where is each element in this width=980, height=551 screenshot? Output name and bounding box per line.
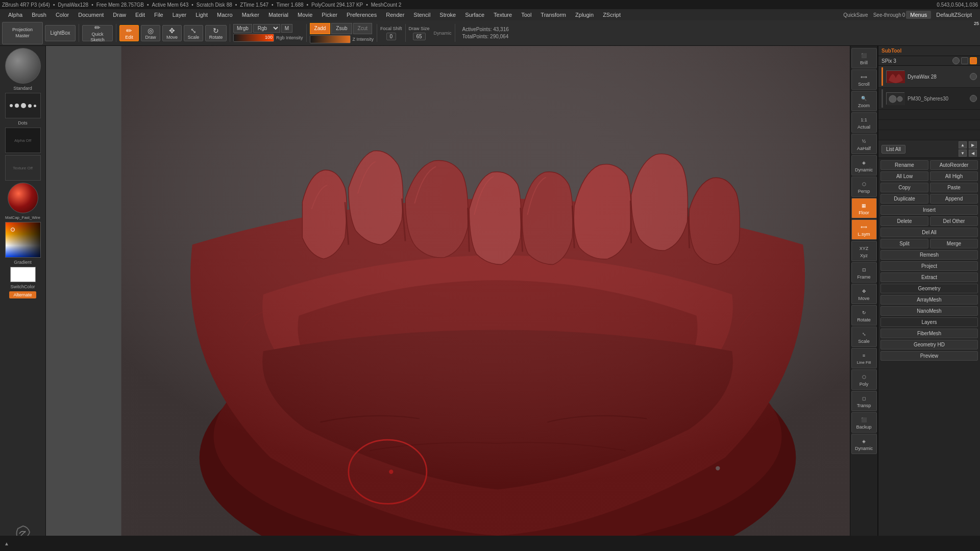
menu-zplugin[interactable]: Zplugin [571, 11, 598, 19]
duplicate-button[interactable]: Duplicate [880, 194, 928, 204]
pm30-eye[interactable] [970, 95, 977, 102]
left-arrow-button[interactable]: ◀ [969, 149, 977, 157]
menu-surface[interactable]: Surface [461, 11, 488, 19]
draw-button[interactable]: ◎ Draw [141, 25, 160, 41]
geometry-button[interactable]: Geometry [880, 284, 978, 293]
local-sym-button[interactable]: ⟺ L.sym [851, 219, 877, 240]
menu-transform[interactable]: Transform [536, 11, 570, 19]
m-button[interactable]: M [281, 24, 292, 33]
insert-button[interactable]: Insert [880, 205, 978, 215]
mrgb-button[interactable]: Mrgb [233, 24, 252, 33]
projection-master-button[interactable]: Projection Master [2, 22, 43, 44]
fiber-mesh-button[interactable]: FiberMesh [880, 329, 978, 338]
menu-color[interactable]: Color [52, 11, 73, 19]
menu-preferences[interactable]: Preferences [342, 11, 381, 19]
canvas-area[interactable] [46, 46, 949, 536]
frame-button[interactable]: ⊡ Frame [851, 262, 877, 283]
append-button[interactable]: Append [930, 194, 978, 204]
array-mesh-button[interactable]: ArrayMesh [880, 295, 978, 305]
copy-button[interactable]: Copy [880, 183, 928, 192]
scroll-button[interactable]: ⟺ Scroll [851, 69, 877, 90]
gradient-swatch[interactable] [10, 267, 36, 282]
extract-button[interactable]: Extract [880, 272, 978, 282]
menu-alpha[interactable]: Alpha [4, 11, 27, 19]
lightbox-button[interactable]: LightBox [45, 25, 76, 41]
lock-icon[interactable] [961, 57, 968, 64]
menu-light[interactable]: Light [191, 11, 212, 19]
zoom-button[interactable]: 🔍 Zoom [851, 91, 877, 111]
list-all-button[interactable]: List All [881, 145, 905, 154]
menu-picker[interactable]: Picker [317, 11, 341, 19]
rgb-select[interactable]: Rgb M Mrgb [253, 24, 280, 33]
rgb-intensity-slider[interactable]: 100 [233, 34, 274, 42]
del-all-button[interactable]: Del All [880, 228, 978, 237]
dots-preview[interactable] [5, 93, 41, 118]
down-arrow-button[interactable]: ▼ [959, 149, 967, 157]
menu-stencil[interactable]: Stencil [409, 11, 434, 19]
brush-preview[interactable] [5, 48, 41, 84]
floor-button[interactable]: ▦ Floor [851, 198, 877, 218]
active-icon[interactable] [970, 57, 977, 64]
remesh-button[interactable]: Remesh [880, 250, 978, 260]
preview-button[interactable]: Preview [880, 351, 978, 361]
right-arrow-button[interactable]: ▶ [969, 141, 977, 148]
zcut-button[interactable]: Zcut [353, 23, 372, 34]
pm30-entry[interactable]: PM30_Spheres30 [878, 88, 980, 110]
menus-btn[interactable]: Menus [906, 11, 931, 19]
transp-button[interactable]: ◻ Transp [851, 391, 877, 411]
menu-zscript[interactable]: ZScript [599, 11, 625, 19]
eye-icon1[interactable] [952, 57, 960, 64]
all-high-button[interactable]: All High [930, 171, 978, 181]
scale-right-button[interactable]: ⤡ Scale [851, 327, 877, 347]
aahalf-button[interactable]: ½ AaHalf [851, 134, 877, 154]
backup-button[interactable]: ⬛ Backup [851, 412, 877, 433]
menu-movie[interactable]: Movie [293, 11, 316, 19]
rotate-button[interactable]: ↻ Rotate [205, 25, 227, 41]
rotate-right-button[interactable]: ↻ Rotate [851, 305, 877, 325]
dynawax-eye[interactable] [970, 73, 977, 80]
edit-button[interactable]: ✏ Edit [119, 25, 139, 41]
rename-button[interactable]: Rename [880, 160, 928, 170]
layers-button[interactable]: Layers [880, 317, 978, 327]
menu-material[interactable]: Material [264, 11, 292, 19]
project-button[interactable]: Project [880, 261, 978, 271]
menu-macro[interactable]: Macro [213, 11, 237, 19]
all-low-button[interactable]: All Low [880, 171, 928, 181]
zsub-button[interactable]: Zsub [331, 23, 352, 34]
menu-edit[interactable]: Edit [131, 11, 149, 19]
up-arrow-button[interactable]: ▲ [959, 141, 967, 148]
quicksave-label[interactable]: QuickSave [843, 12, 868, 18]
paste-button[interactable]: Paste [930, 183, 978, 192]
menu-stroke[interactable]: Stroke [435, 11, 460, 19]
geometry-hd-button[interactable]: Geometry HD [880, 340, 978, 349]
zadd-button[interactable]: Zadd [310, 23, 331, 34]
material-preview[interactable] [8, 183, 38, 213]
split-button[interactable]: Split [880, 239, 928, 248]
move-right-button[interactable]: ✥ Move [851, 284, 877, 304]
menu-document[interactable]: Document [74, 11, 108, 19]
quick-sketch-button[interactable]: ✏ Quick Sketch [82, 25, 113, 41]
menu-render[interactable]: Render [382, 11, 408, 19]
dynamic-view-button[interactable]: ◈ Dynamic [851, 155, 877, 176]
menu-file[interactable]: File [150, 11, 167, 19]
draw-size-input[interactable]: 65 [413, 33, 426, 40]
alternate-button[interactable]: Alternate [9, 291, 36, 298]
xyz-button[interactable]: XYZ Xyz [851, 241, 877, 261]
delete-button[interactable]: Delete [880, 216, 928, 226]
poly-button[interactable]: ⬡ Poly [851, 369, 877, 390]
auto-reorder-button[interactable]: AutoReorder [930, 160, 978, 170]
nano-mesh-button[interactable]: NanoMesh [880, 306, 978, 316]
z-intensity-slider[interactable]: 25 [310, 35, 351, 43]
menu-texture[interactable]: Texture [489, 11, 516, 19]
menu-draw[interactable]: Draw [109, 11, 130, 19]
persp-button[interactable]: ⬡ Persp [851, 177, 877, 197]
menu-brush[interactable]: Brush [28, 11, 51, 19]
brill-button[interactable]: ⬛ Brill [851, 48, 877, 68]
menu-layer[interactable]: Layer [168, 11, 191, 19]
merge-button[interactable]: Merge [930, 239, 978, 248]
focal-shift-input[interactable]: 0 [386, 33, 397, 40]
dynamic2-button[interactable]: ◈ Dynamic [851, 434, 877, 454]
move-button[interactable]: ✥ Move [162, 25, 182, 41]
menu-tool[interactable]: Tool [517, 11, 535, 19]
linefill-button[interactable]: ≡ Line Fill [851, 348, 877, 368]
